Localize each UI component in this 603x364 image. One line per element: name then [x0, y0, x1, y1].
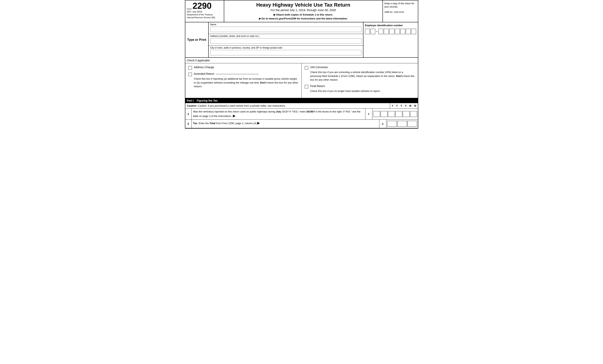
name-address-fields: Name Address (number, street, and room o…: [209, 22, 363, 57]
final-return-checkbox[interactable]: [305, 85, 308, 88]
line1-cell-5[interactable]: [403, 111, 410, 117]
name-input[interactable]: [210, 27, 361, 32]
ein-box-8[interactable]: [406, 29, 411, 34]
keep-copy-text: Keep a copy of this return for your reco…: [384, 2, 416, 9]
line2-data-cells: [386, 120, 418, 128]
form-header: Form 2290 (Rev. July 2019) Department of…: [185, 0, 418, 22]
yymm-y2: Y: [396, 104, 398, 107]
final-return-label: Final Return: [310, 85, 325, 88]
line1-row: 1 Was the vehicle(s) reported on this re…: [185, 109, 418, 120]
check-right: VIN Correction Check this box if you are…: [302, 63, 418, 98]
form-rev: (Rev. July 2019): [187, 11, 222, 13]
line2-ref: 2: [379, 120, 386, 128]
line1-text: Was the vehicle(s) reported on this retu…: [192, 109, 365, 120]
yymm-y4: Y: [405, 104, 406, 107]
ein-box-6[interactable]: [395, 29, 400, 34]
line2-cell-3[interactable]: [407, 121, 417, 127]
amended-return-header: Amended Return: [188, 72, 299, 76]
form-period: For the period July 1, 2019, through Jun…: [227, 8, 380, 12]
form-instructions: ▶ Attach both copies of Schedule 1 to th…: [227, 13, 380, 20]
amended-return-item: Amended Return Check this box if reporti…: [188, 72, 299, 88]
line1-cell-3[interactable]: [388, 111, 395, 117]
form-title: Heavy Highway Vehicle Use Tax Return: [227, 2, 380, 8]
check-left: Address Change Amended Return Check this…: [185, 63, 302, 98]
part1-label: Part I: [187, 99, 194, 102]
omb-number: OMB No. 1545-0143: [384, 11, 416, 13]
line1-ref: 1: [365, 109, 372, 120]
address-change-item: Address Change: [188, 66, 299, 69]
ein-box-3[interactable]: [378, 29, 383, 34]
line2-row: 2 Tax. Enter the Total from Form 2290, p…: [185, 120, 418, 128]
amended-return-label: Amended Return: [194, 72, 259, 75]
vin-correction-header: VIN Correction: [305, 66, 415, 69]
final-return-item: Final Return Check this box if you no lo…: [305, 85, 415, 93]
address-label: Address (number, street, and room or sui…: [210, 35, 361, 37]
form-dept: Department of the Treasury Internal Reve…: [187, 13, 222, 19]
check-applicable-header: Check if applicable:: [185, 58, 418, 63]
name-field-row: Name: [209, 22, 363, 34]
part1-title: Figuring the Tax: [197, 99, 218, 102]
line2-number: 2: [185, 120, 192, 128]
line1-cell-6[interactable]: [410, 111, 417, 117]
amended-return-checkbox[interactable]: [188, 73, 192, 76]
name-address-section: Type or Print Name Address (number, stre…: [185, 22, 418, 58]
line2-arrow: ▶: [257, 121, 260, 125]
caution-text: Caution: Caution: If you purchased a use…: [185, 103, 390, 108]
city-field-row: City or town, state or province, country…: [209, 46, 363, 57]
final-return-header: Final Return: [305, 85, 415, 88]
line1-data-cells: [372, 109, 418, 120]
ein-box-2[interactable]: [371, 29, 375, 34]
vin-correction-item: VIN Correction Check this box if you are…: [305, 66, 415, 82]
vin-correction-checkbox[interactable]: [305, 66, 308, 69]
ein-box-5[interactable]: [389, 29, 394, 34]
yymm-m1: M: [409, 104, 411, 107]
name-label: Name: [210, 23, 361, 26]
line1-cell-4[interactable]: [395, 111, 402, 117]
address-change-header: Address Change: [188, 66, 299, 69]
final-return-desc: Check this box if you no longer have tax…: [310, 89, 415, 93]
header-right: Keep a copy of this return for your reco…: [383, 0, 418, 22]
yymm-y1: Y: [392, 104, 393, 107]
line2-cell-1[interactable]: [387, 121, 397, 127]
yymm-m2: M: [414, 104, 416, 107]
ein-box-4[interactable]: [384, 29, 389, 34]
vin-correction-desc: Check this box if you are correcting a v…: [310, 70, 415, 82]
line1-arrow: ▶: [233, 114, 235, 118]
address-change-checkbox[interactable]: [188, 66, 192, 69]
address-input[interactable]: [210, 38, 361, 44]
line1-cell-2[interactable]: [381, 111, 388, 117]
address-change-label: Address Change: [194, 66, 214, 69]
ein-section: Employer identification number -: [363, 22, 418, 57]
ein-box-9[interactable]: [411, 29, 416, 34]
yymm-y3: Y: [400, 104, 402, 107]
line1-number: 1: [185, 109, 192, 120]
amended-return-line: [216, 74, 259, 74]
type-or-print-sidebar: Type or Print: [185, 22, 209, 57]
line2-cell-2[interactable]: [397, 121, 407, 127]
vin-correction-label: VIN Correction: [310, 66, 328, 69]
check-items-section: Address Change Amended Return Check this…: [185, 63, 418, 98]
amended-return-desc: Check this box if reporting (a) addition…: [194, 77, 299, 88]
city-label: City or town, state or province, country…: [210, 46, 361, 49]
form-page: Form 2290 (Rev. July 2019) Department of…: [185, 0, 418, 129]
header-center: Heavy Highway Vehicle Use Tax Return For…: [224, 0, 383, 22]
ein-dash: -: [376, 30, 377, 33]
form-label: Form: [187, 8, 192, 10]
ein-boxes: -: [365, 29, 416, 34]
header-left: Form 2290 (Rev. July 2019) Department of…: [185, 0, 224, 22]
yymm-header: Y Y Y Y M M: [390, 103, 418, 108]
form-number: 2290: [193, 1, 212, 10]
ein-box-7[interactable]: [400, 29, 405, 34]
address-field-row: Address (number, street, and room or sui…: [209, 34, 363, 46]
city-input[interactable]: [210, 50, 361, 55]
part1-header: Part I Figuring the Tax: [185, 98, 418, 103]
caution-row: Caution: Caution: If you purchased a use…: [185, 103, 418, 109]
line1-cell-1[interactable]: [373, 111, 380, 117]
line2-text: Tax. Enter the Total from Form 2290, pag…: [192, 120, 379, 128]
ein-box-1[interactable]: [365, 29, 370, 34]
ein-label: Employer identification number: [365, 24, 416, 27]
